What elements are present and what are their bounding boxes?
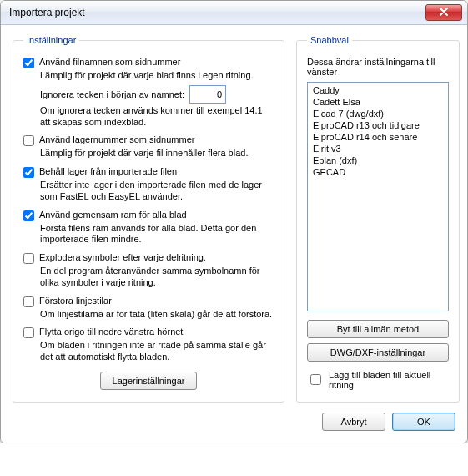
list-item[interactable]: GECAD: [309, 166, 446, 178]
checkbox-layernumbers-as-pagenumbers[interactable]: [23, 135, 34, 146]
opt-keep-layers: Behåll lager från importerade filen: [23, 166, 274, 178]
general-method-button[interactable]: Byt till allmän metod: [307, 320, 449, 338]
add-to-current-label: Lägg till bladen till aktuell ritning: [329, 370, 449, 390]
opt-filenames-as-pagenumbers: Använd filnamnen som sidnummer: [23, 57, 274, 68]
close-icon: [439, 7, 449, 18]
opt-sub: Första filens ram används för alla blad.…: [40, 223, 274, 246]
opt-sub: Om linjestilarna är för täta (liten skal…: [40, 309, 274, 321]
list-item[interactable]: Eplan (dxf): [309, 154, 446, 166]
opt-move-origin: Flytta origo till nedre vänstra hörnet: [23, 327, 274, 338]
opt-label: Behåll lager från importerade filen: [39, 166, 177, 176]
add-to-current-row: Lägg till bladen till aktuell ritning: [307, 370, 449, 390]
checkbox-add-to-current[interactable]: [310, 374, 321, 385]
checkbox-explode-symbols[interactable]: [23, 253, 34, 264]
checkbox-common-frame[interactable]: [23, 210, 34, 221]
settings-group: Inställningar Använd filnamnen som sidnu…: [13, 35, 284, 403]
opt-sub: Om bladen i ritningen inte är ritade på …: [40, 340, 274, 363]
opt-enlarge-linestyles: Förstora linjestilar: [23, 296, 274, 307]
opt-label: Använd lagernummer som sidnummer: [39, 134, 194, 144]
list-item[interactable]: ElproCAD r14 och senare: [309, 131, 446, 143]
opt-sub: Ersätter inte lager i den importerade fi…: [40, 180, 274, 203]
opt-explode-symbols: Explodera symboler efter varje delritnin…: [23, 252, 274, 264]
settings-legend: Inställningar: [23, 35, 79, 45]
ignore-chars-input[interactable]: [189, 85, 226, 104]
opt-sub: Lämplig för projekt där varje blad finns…: [40, 70, 274, 82]
opt-common-frame: Använd gemensam ram för alla blad: [23, 210, 274, 221]
opt-sub: Om ignorera tecken används kommer till e…: [40, 105, 274, 129]
dwg-dxf-settings-button[interactable]: DWG/DXF-inställningar: [307, 343, 449, 362]
titlebar: Importera projekt: [1, 1, 467, 25]
window-title: Importera projekt: [9, 7, 85, 18]
cancel-button[interactable]: Avbryt: [322, 413, 385, 431]
list-item[interactable]: Elcad 7 (dwg/dxf): [309, 108, 446, 119]
opt-sub: En del program återanvänder samma symbol…: [40, 266, 274, 289]
quickselect-legend: Snabbval: [307, 35, 352, 45]
checkbox-keep-layers[interactable]: [23, 167, 34, 178]
opt-label: Använd filnamnen som sidnummer: [39, 57, 180, 67]
ignore-chars-label: Ignorera tecken i början av namnet:: [40, 89, 184, 99]
dialog-window: Importera projekt Inställningar Använd f…: [0, 0, 468, 443]
opt-label: Explodera symboler efter varje delritnin…: [39, 252, 206, 262]
list-item[interactable]: ElproCAD r13 och tidigare: [309, 119, 446, 131]
ok-button[interactable]: OK: [392, 413, 455, 431]
opt-label: Förstora linjestilar: [39, 296, 112, 306]
list-item[interactable]: Caddy: [309, 84, 446, 96]
list-item[interactable]: Elrit v3: [309, 143, 446, 154]
opt-label: Flytta origo till nedre vänstra hörnet: [39, 327, 183, 337]
dialog-body: Inställningar Använd filnamnen som sidnu…: [1, 25, 467, 443]
opt-sub: Lämplig för projekt där varje fil innehå…: [40, 148, 274, 160]
ignore-chars-row: Ignorera tecken i början av namnet:: [40, 85, 274, 104]
quickselect-group: Snabbval Dessa ändrar inställningarna ti…: [296, 35, 460, 403]
layer-settings-button[interactable]: Lagerinställningar: [100, 372, 198, 390]
dialog-footer: Avbryt OK: [13, 413, 455, 431]
checkbox-move-origin[interactable]: [23, 327, 34, 338]
opt-label: Använd gemensam ram för alla blad: [39, 210, 187, 220]
close-button[interactable]: [425, 4, 462, 21]
quickselect-desc: Dessa ändrar inställningarna till vänste…: [307, 57, 449, 77]
checkbox-filenames-as-pagenumbers[interactable]: [23, 58, 34, 68]
quickselect-listbox[interactable]: CaddyCadett ElsaElcad 7 (dwg/dxf)ElproCA…: [307, 82, 449, 311]
opt-layernumbers-as-pagenumbers: Använd lagernummer som sidnummer: [23, 134, 274, 146]
list-item[interactable]: Cadett Elsa: [309, 96, 446, 108]
checkbox-enlarge-linestyles[interactable]: [23, 296, 34, 307]
